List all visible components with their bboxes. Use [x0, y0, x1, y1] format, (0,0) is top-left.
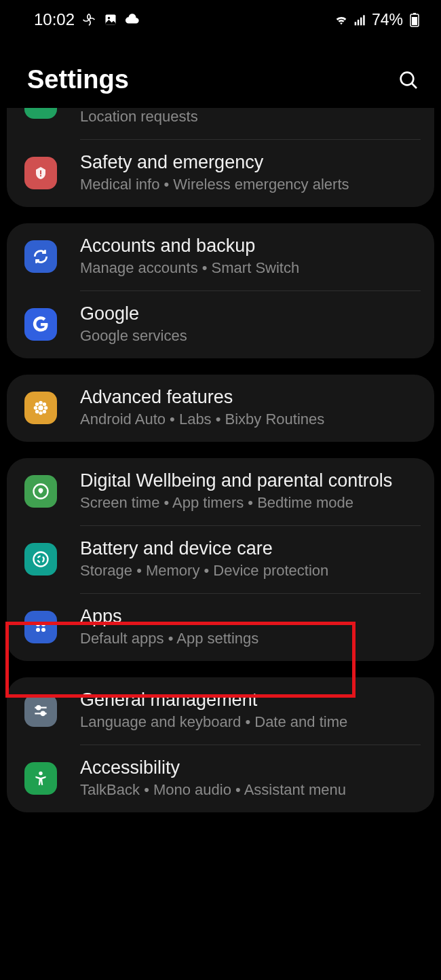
- svg-point-21: [43, 409, 46, 413]
- svg-point-14: [39, 400, 42, 404]
- settings-list: Location requests Safety and emergency M…: [0, 115, 441, 812]
- accessibility-icon: [24, 762, 57, 795]
- row-subtitle: Google services: [80, 327, 421, 345]
- svg-point-32: [41, 711, 45, 715]
- svg-point-18: [35, 402, 39, 405]
- row-title: Digital Wellbeing and parental controls: [80, 470, 421, 491]
- svg-rect-4: [360, 18, 362, 26]
- row-subtitle: TalkBack • Mono audio • Assistant menu: [80, 781, 421, 799]
- google-icon: [24, 308, 57, 341]
- wifi-icon: [334, 12, 349, 27]
- battery-icon: [407, 12, 422, 27]
- svg-rect-12: [40, 175, 41, 176]
- row-title: Accounts and backup: [80, 235, 421, 257]
- location-icon: [24, 108, 57, 119]
- svg-point-17: [44, 406, 47, 409]
- status-battery-percent: 74%: [372, 11, 403, 29]
- svg-point-16: [34, 406, 37, 409]
- status-time: 10:02: [34, 10, 75, 29]
- gear-flower-icon: [24, 392, 57, 424]
- svg-point-9: [401, 72, 414, 85]
- settings-row-battery-device-care[interactable]: Battery and device care Storage • Memory…: [7, 526, 434, 593]
- row-subtitle: Manage accounts • Smart Switch: [80, 259, 421, 277]
- row-title: Advanced features: [80, 387, 421, 408]
- emergency-icon: [24, 157, 57, 189]
- row-title: Apps: [80, 606, 421, 627]
- settings-group-3: Digital Wellbeing and parental controls …: [7, 458, 434, 661]
- settings-group-0: Location requests Safety and emergency M…: [7, 108, 434, 207]
- svg-point-33: [39, 771, 42, 774]
- svg-point-20: [35, 409, 39, 413]
- svg-point-1: [108, 17, 110, 19]
- row-title: Accessibility: [80, 757, 421, 778]
- row-title: Safety and emergency: [80, 152, 421, 173]
- settings-row-general-management[interactable]: General management Language and keyboard…: [7, 677, 434, 745]
- settings-row-digital-wellbeing[interactable]: Digital Wellbeing and parental controls …: [7, 458, 434, 525]
- row-subtitle: Default apps • App settings: [80, 630, 421, 647]
- settings-group-4: General management Language and keyboard…: [7, 677, 434, 812]
- settings-row-apps[interactable]: Apps Default apps • App settings: [7, 594, 434, 661]
- settings-row-safety-emergency[interactable]: Safety and emergency Medical info • Wire…: [7, 140, 434, 207]
- cloud-icon: [125, 12, 140, 27]
- svg-rect-11: [40, 170, 41, 174]
- row-subtitle: Android Auto • Labs • Bixby Routines: [80, 411, 421, 428]
- svg-point-24: [37, 556, 43, 562]
- svg-point-25: [36, 622, 40, 626]
- svg-point-19: [43, 402, 46, 405]
- svg-point-28: [41, 628, 45, 632]
- row-subtitle: Language and keyboard • Date and time: [80, 713, 421, 731]
- search-button[interactable]: [395, 67, 422, 94]
- signal-icon: [353, 12, 368, 27]
- settings-row-google[interactable]: Google Google services: [7, 291, 434, 358]
- row-subtitle: Medical info • Wireless emergency alerts: [80, 176, 421, 193]
- settings-row-location[interactable]: Location requests: [7, 108, 434, 139]
- picture-icon: [103, 12, 118, 27]
- row-title: Battery and device care: [80, 538, 421, 559]
- row-subtitle: Storage • Memory • Device protection: [80, 562, 421, 580]
- row-subtitle: Location requests: [80, 108, 421, 126]
- wellbeing-icon: [24, 475, 57, 508]
- sync-icon: [24, 240, 57, 273]
- row-subtitle: Screen time • App timers • Bedtime mode: [80, 494, 421, 512]
- settings-row-accessibility[interactable]: Accessibility TalkBack • Mono audio • As…: [7, 745, 434, 812]
- row-title: General management: [80, 690, 421, 711]
- svg-point-23: [34, 552, 48, 566]
- svg-line-10: [412, 83, 417, 88]
- settings-row-accounts-backup[interactable]: Accounts and backup Manage accounts • Sm…: [7, 223, 434, 290]
- svg-rect-8: [412, 17, 417, 25]
- page-title: Settings: [27, 65, 129, 94]
- sliders-icon: [24, 694, 57, 727]
- svg-rect-5: [363, 15, 365, 25]
- svg-rect-2: [355, 22, 357, 25]
- apps-icon: [24, 611, 57, 643]
- status-bar: 10:02 74%: [0, 0, 441, 33]
- pinwheel-icon: [81, 12, 96, 27]
- svg-rect-3: [358, 20, 360, 25]
- settings-group-1: Accounts and backup Manage accounts • Sm…: [7, 223, 434, 358]
- row-title: Google: [80, 303, 421, 324]
- svg-point-27: [36, 628, 40, 632]
- svg-point-13: [38, 405, 43, 411]
- svg-point-26: [41, 622, 45, 626]
- settings-header: Settings: [0, 33, 441, 115]
- svg-point-15: [39, 411, 42, 414]
- device-care-icon: [24, 543, 57, 576]
- svg-point-30: [37, 705, 40, 709]
- svg-rect-7: [413, 13, 416, 14]
- settings-row-advanced-features[interactable]: Advanced features Android Auto • Labs • …: [7, 375, 434, 442]
- settings-group-2: Advanced features Android Auto • Labs • …: [7, 375, 434, 442]
